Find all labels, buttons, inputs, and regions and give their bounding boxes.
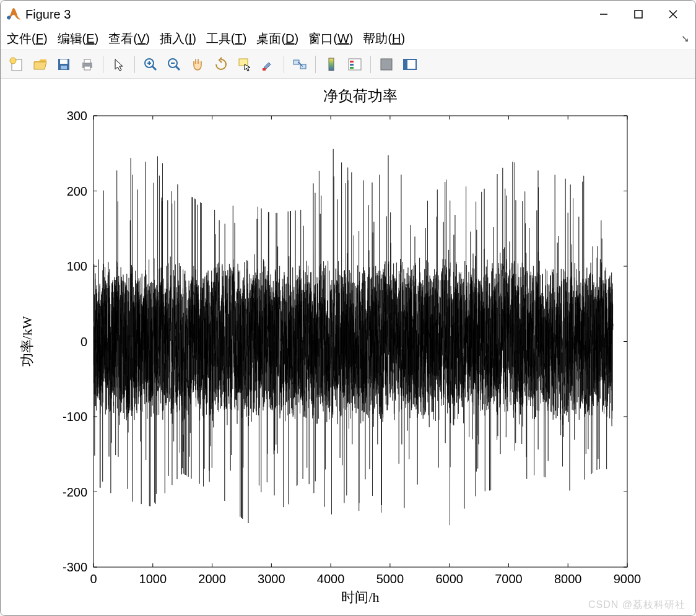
titlebar: Figure 3: [1, 1, 695, 28]
toolbar: [1, 50, 695, 79]
zoom-in-button[interactable]: [139, 53, 162, 76]
watermark: CSDN @荔枝科研社: [588, 599, 685, 612]
svg-text:-300: -300: [63, 560, 87, 574]
svg-text:-200: -200: [63, 485, 87, 499]
svg-text:0: 0: [80, 335, 87, 349]
minimize-button[interactable]: [586, 1, 621, 28]
svg-text:2000: 2000: [198, 572, 226, 586]
window-title: Figure 3: [25, 7, 71, 22]
link-button[interactable]: [289, 53, 311, 76]
svg-rect-11: [84, 66, 90, 70]
svg-text:1000: 1000: [139, 572, 167, 586]
svg-text:净负荷功率: 净负荷功率: [323, 88, 398, 104]
svg-rect-28: [381, 59, 392, 70]
svg-rect-8: [61, 66, 67, 69]
hide-plot-button[interactable]: [375, 53, 398, 76]
menu-view[interactable]: 查看(V): [108, 30, 150, 47]
menu-window[interactable]: 窗口(W): [308, 30, 353, 47]
menu-file[interactable]: 文件(F): [7, 30, 48, 47]
svg-rect-10: [84, 59, 90, 63]
maximize-button[interactable]: [621, 1, 656, 28]
data-cursor-button[interactable]: [233, 53, 256, 76]
svg-text:100: 100: [67, 259, 87, 273]
menu-insert[interactable]: 插入(I): [160, 30, 196, 47]
svg-text:8000: 8000: [554, 572, 582, 586]
svg-text:200: 200: [67, 184, 87, 198]
pan-button[interactable]: [186, 53, 209, 76]
save-button[interactable]: [53, 53, 75, 76]
menu-help[interactable]: 帮助(H): [363, 30, 405, 47]
colorbar-button[interactable]: [320, 53, 342, 76]
close-button[interactable]: [656, 1, 690, 28]
zoom-out-button[interactable]: [163, 53, 185, 76]
svg-rect-19: [239, 59, 248, 66]
menu-tools[interactable]: 工具(T): [206, 30, 247, 47]
svg-text:300: 300: [67, 109, 87, 123]
svg-text:9000: 9000: [614, 572, 642, 586]
svg-text:时间/h: 时间/h: [341, 589, 379, 605]
svg-text:4000: 4000: [317, 572, 345, 586]
svg-text:0: 0: [90, 572, 97, 586]
svg-rect-1: [635, 11, 642, 18]
svg-rect-27: [350, 67, 354, 69]
svg-text:7000: 7000: [495, 572, 523, 586]
svg-line-13: [152, 66, 156, 70]
svg-text:6000: 6000: [435, 572, 463, 586]
svg-rect-25: [350, 61, 354, 63]
figure-area[interactable]: -300-200-1000100200300010002000300040005…: [1, 79, 695, 615]
svg-line-17: [176, 66, 180, 70]
svg-text:5000: 5000: [376, 572, 404, 586]
open-button[interactable]: [29, 53, 51, 76]
svg-rect-23: [329, 58, 334, 71]
matlab-icon: [6, 7, 20, 22]
pointer-button[interactable]: [108, 53, 130, 76]
menu-edit[interactable]: 编辑(E): [58, 30, 99, 47]
svg-rect-20: [263, 68, 266, 71]
svg-rect-26: [350, 64, 354, 66]
svg-text:功率/kW: 功率/kW: [19, 316, 35, 367]
rotate-button[interactable]: [210, 53, 232, 76]
print-button[interactable]: [76, 53, 98, 76]
legend-button[interactable]: [344, 53, 366, 76]
svg-point-5: [10, 58, 16, 64]
svg-rect-7: [60, 59, 67, 64]
menubar: 文件(F) 编辑(E) 查看(V) 插入(I) 工具(T) 桌面(D) 窗口(W…: [1, 28, 695, 50]
svg-text:-100: -100: [63, 410, 87, 423]
new-figure-button[interactable]: [6, 53, 28, 76]
svg-rect-30: [404, 59, 407, 69]
svg-text:3000: 3000: [258, 572, 285, 586]
menu-desktop[interactable]: 桌面(D): [256, 30, 298, 47]
chart-plot[interactable]: -300-200-1000100200300010002000300040005…: [1, 79, 696, 616]
brush-button[interactable]: [257, 53, 279, 76]
menu-overflow-icon[interactable]: ➘: [681, 33, 689, 45]
dock-button[interactable]: [399, 53, 421, 76]
figure-window: Figure 3 文件(F) 编辑(E) 查看(V) 插入(I) 工具(T) 桌…: [0, 0, 696, 616]
